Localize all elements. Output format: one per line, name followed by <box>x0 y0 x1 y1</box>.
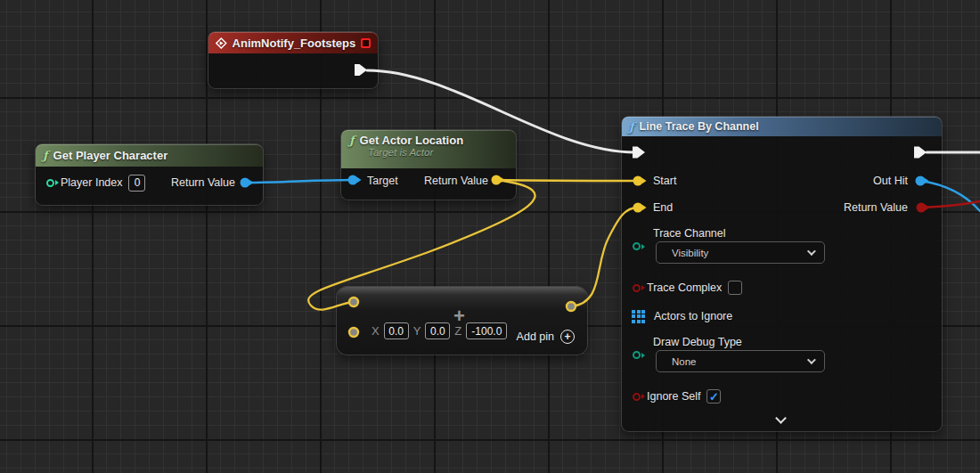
node-line-trace-by-channel[interactable]: ƒ Line Trace By Channel Start End Trace … <box>622 117 942 431</box>
trace-complex-pin[interactable] <box>633 284 641 292</box>
return-value-label: Return Value <box>844 201 908 214</box>
ignore-self-checkbox[interactable]: ✓ <box>706 389 721 404</box>
array-pin-icon[interactable] <box>632 310 645 323</box>
end-label: End <box>653 201 673 214</box>
player-index-label: Player Index <box>61 176 122 189</box>
ignore-self-label: Ignore Self <box>647 390 700 403</box>
event-diamond-icon <box>216 37 227 49</box>
x-axis-label: X <box>372 324 380 338</box>
chevron-down-icon <box>807 355 816 364</box>
chevron-down-icon <box>807 247 816 256</box>
function-icon: ƒ <box>629 120 634 134</box>
z-axis-label: Z <box>454 324 461 338</box>
node-vector-add[interactable]: + X 0.0 Y 0.0 Z -100.0 Add pin + <box>337 287 587 355</box>
node-subtitle: Target is Actor <box>368 147 508 158</box>
out-hit-label: Out Hit <box>873 175 908 187</box>
trace-complex-checkbox[interactable] <box>728 281 742 295</box>
z-value-input[interactable]: -100.0 <box>466 322 507 339</box>
y-value-input[interactable]: 0.0 <box>425 322 450 339</box>
draw-debug-type-value: None <box>672 356 697 367</box>
player-index-input[interactable]: 0 <box>128 175 145 192</box>
wire-location-to-start <box>496 180 638 181</box>
target-label: Target <box>367 175 398 187</box>
x-value-input[interactable]: 0.0 <box>384 322 409 339</box>
blueprint-graph-canvas[interactable]: AnimNotify_Footsteps ƒ Get Player Charac… <box>0 0 980 473</box>
node-header[interactable]: AnimNotify_Footsteps <box>208 32 378 53</box>
player-index-pin[interactable] <box>46 179 54 187</box>
draw-debug-type-pin[interactable] <box>633 351 641 359</box>
ignore-self-pin[interactable] <box>633 393 641 401</box>
return-value-label: Return Value <box>424 175 488 187</box>
event-badge-icon <box>361 38 371 48</box>
node-title: Get Actor Location <box>360 134 464 147</box>
node-title: Get Player Character <box>53 149 168 162</box>
return-value-label: Return Value <box>171 176 235 189</box>
trace-channel-value: Visibility <box>672 248 708 258</box>
draw-debug-type-dropdown[interactable]: None <box>656 350 825 372</box>
checkmark-icon: ✓ <box>709 390 719 404</box>
add-pin-button[interactable]: Add pin + <box>517 330 575 344</box>
node-header[interactable]: ƒ Line Trace By Channel <box>622 117 942 136</box>
node-get-actor-location[interactable]: ƒ Get Actor Location Target is Actor Tar… <box>341 130 516 200</box>
trace-channel-label: Trace Channel <box>653 227 726 240</box>
node-animnotify-footsteps[interactable]: AnimNotify_Footsteps <box>208 32 378 88</box>
function-icon: ƒ <box>349 134 355 147</box>
node-header[interactable]: ƒ Get Actor Location Target is Actor <box>341 130 516 168</box>
add-pin-label: Add pin <box>517 330 554 343</box>
trace-channel-dropdown[interactable]: Visibility <box>656 241 825 264</box>
plus-circle-icon: + <box>560 330 575 344</box>
function-icon: ƒ <box>43 149 48 162</box>
node-header[interactable]: ƒ Get Player Character <box>36 144 263 167</box>
node-title: AnimNotify_Footsteps <box>233 37 356 50</box>
draw-debug-type-label: Draw Debug Type <box>653 336 742 348</box>
node-get-player-character[interactable]: ƒ Get Player Character Player Index 0 Re… <box>36 144 263 205</box>
y-axis-label: Y <box>413 324 421 338</box>
start-label: Start <box>653 175 676 187</box>
actors-to-ignore-label: Actors to Ignore <box>654 310 732 322</box>
trace-complex-label: Trace Complex <box>647 281 722 294</box>
trace-channel-pin[interactable] <box>633 242 641 250</box>
expand-node-chevron-icon[interactable] <box>775 412 787 424</box>
node-title: Line Trace By Channel <box>640 120 759 133</box>
